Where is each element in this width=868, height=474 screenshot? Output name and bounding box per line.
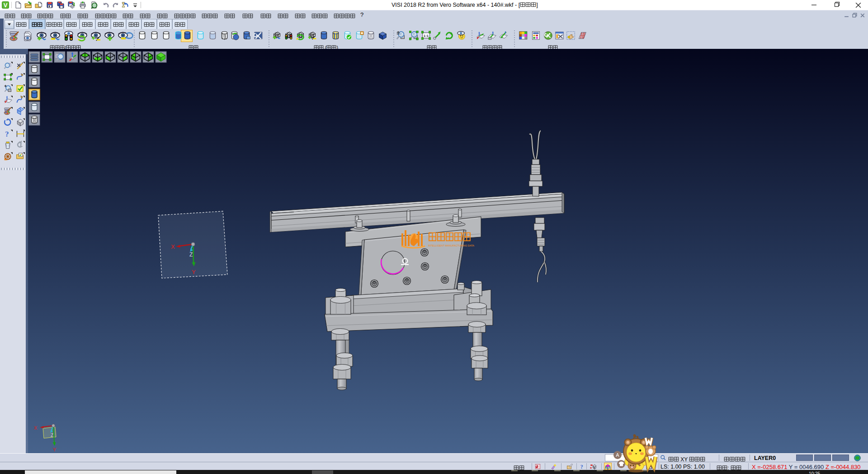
- svg-text:INTELLIGENT MANUFACTURING DATA: INTELLIGENT MANUFACTURING DATA: [428, 244, 474, 247]
- svg-text:X: X: [171, 243, 175, 250]
- svg-text:?: ?: [5, 130, 9, 138]
- svg-text:X: X: [34, 425, 38, 431]
- svg-text:?: ?: [580, 464, 583, 470]
- svg-text:A: A: [616, 452, 619, 458]
- svg-text:1:1: 1:1: [424, 34, 429, 38]
- svg-text:Z: Z: [189, 251, 193, 258]
- svg-text:Y: Y: [53, 447, 57, 452]
- svg-text:Z: Z: [51, 433, 53, 438]
- svg-text:Y: Y: [192, 269, 196, 275]
- svg-text:V: V: [4, 2, 8, 9]
